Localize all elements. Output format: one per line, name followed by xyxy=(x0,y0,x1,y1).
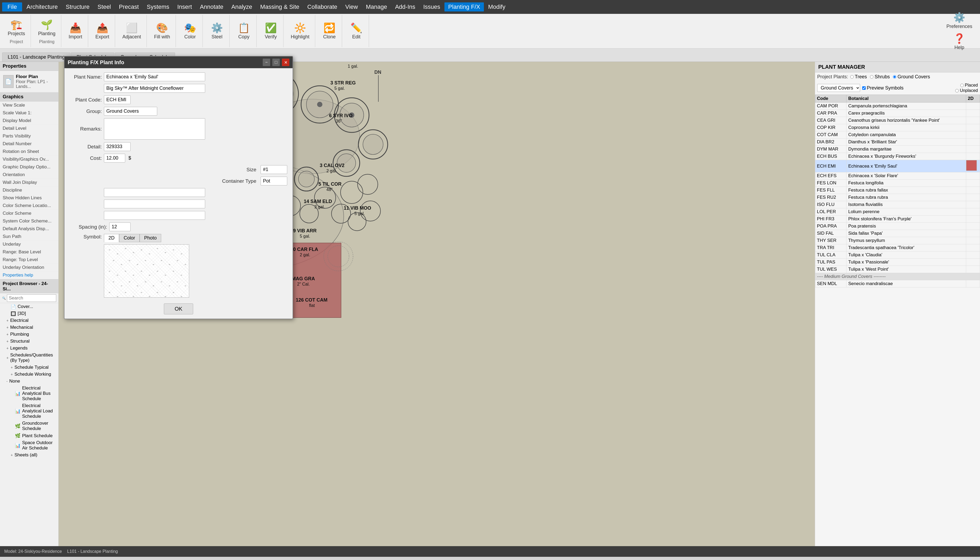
container-type-input[interactable] xyxy=(261,177,287,185)
size-input[interactable] xyxy=(261,165,287,174)
ok-button[interactable]: OK xyxy=(164,303,193,314)
table-row[interactable]: TUL PAS Tulipa x 'Passionale' xyxy=(815,259,980,266)
col-code[interactable]: Code xyxy=(815,95,847,103)
table-row[interactable]: FES LON Festuca longifolia xyxy=(815,180,980,187)
browser-electrical-load[interactable]: 📊 Electrical Analytical Load Schedule xyxy=(0,402,58,420)
addins-menu[interactable]: Add-Ins xyxy=(392,2,419,12)
fillwith-button[interactable]: 🎨 Fill with xyxy=(152,21,172,41)
import-button[interactable]: 📥 Import xyxy=(66,21,85,41)
browser-electrical-bus[interactable]: 📊 Electrical Analytical Bus Schedule xyxy=(0,385,58,402)
browser-none[interactable]: - None xyxy=(0,378,58,385)
browser-3d[interactable]: 🔲 [3D] xyxy=(0,310,58,317)
table-row[interactable]: SID FAL Sida fallax 'Papa' xyxy=(815,230,980,237)
extra-input-1[interactable] xyxy=(104,188,205,197)
export-button[interactable]: 📤 Export xyxy=(93,21,112,41)
steel-button[interactable]: ⚙️ Steel xyxy=(208,21,226,41)
browser-mechanical[interactable]: + Mechanical xyxy=(0,324,58,331)
browser-plumbing[interactable]: + Plumbing xyxy=(0,331,58,338)
manage-menu[interactable]: Manage xyxy=(362,2,391,12)
precast-menu[interactable]: Precast xyxy=(115,2,143,12)
browser-space-outdoor[interactable]: 📊 Space Outdoor Air Schedule xyxy=(0,439,58,452)
browser-legends[interactable]: + Legends xyxy=(0,345,58,352)
table-row[interactable]: SEN MDL Senecio mandraliscae xyxy=(815,280,980,287)
adjacent-button[interactable]: ⬜ Adjacent xyxy=(120,21,143,41)
tab-2d[interactable]: 2D xyxy=(104,234,119,242)
plant-category-dropdown[interactable]: Ground Covers xyxy=(817,84,860,92)
plant-name-input[interactable] xyxy=(104,72,205,81)
table-row[interactable]: LOL PER Lolium perenne xyxy=(815,208,980,215)
browser-schedule-working[interactable]: + Schedule Working xyxy=(0,371,58,378)
browser-structural[interactable]: + Structural xyxy=(0,338,58,345)
table-row[interactable]: TRA TRI Tradescantia spathacea 'Tricolor… xyxy=(815,244,980,252)
unplaced-label[interactable]: Unplaced xyxy=(955,88,978,93)
view-menu[interactable]: View xyxy=(342,2,362,12)
table-row[interactable]: DYM MAR Dymondia margaritae xyxy=(815,146,980,153)
group-input[interactable] xyxy=(104,107,157,116)
help-button[interactable]: ❓ Help xyxy=(950,32,968,52)
minimize-button[interactable]: − xyxy=(263,58,270,66)
annotate-menu[interactable]: Annotate xyxy=(196,2,227,12)
props-help-link[interactable]: Properties help xyxy=(0,272,58,279)
table-row[interactable]: THY SER Thymus serpyllum xyxy=(815,237,980,244)
table-row[interactable]: ECH BUS Echinacea x 'Burgundy Fireworks' xyxy=(815,153,980,160)
steel-menu[interactable]: Steel xyxy=(94,2,115,12)
table-row[interactable]: ECH EFS Echinacea x 'Solar Flare' xyxy=(815,172,980,180)
table-row[interactable]: FES RU2 Festuca rubra rubra xyxy=(815,194,980,201)
table-row[interactable]: TUL CLA Tulipa x 'Claudia' xyxy=(815,252,980,259)
table-row[interactable]: FES FLL Festuca rubra fallax xyxy=(815,187,980,194)
architecture-menu[interactable]: Architecture xyxy=(23,2,61,12)
table-row[interactable]: COP KIR Coprosma kirkii xyxy=(815,124,980,131)
issues-menu[interactable]: Issues xyxy=(420,2,444,12)
insert-menu[interactable]: Insert xyxy=(173,2,195,12)
structure-menu[interactable]: Structure xyxy=(62,2,93,12)
detail-input[interactable] xyxy=(104,142,130,151)
browser-electrical[interactable]: + Electrical xyxy=(0,317,58,324)
col-botanical[interactable]: Botanical xyxy=(847,95,966,103)
placed-label[interactable]: Placed xyxy=(960,83,978,88)
highlight-button[interactable]: 🔆 Highlight xyxy=(288,21,312,41)
tab-landscape-planting[interactable]: L101 - Landscape Planting xyxy=(2,52,70,62)
table-row[interactable]: COT CAM Cotyledon campanulata xyxy=(815,131,980,138)
close-button[interactable]: ✕ xyxy=(282,58,289,66)
table-row[interactable]: CEA GRI Ceanothus griseus horizontalis '… xyxy=(815,117,980,124)
browser-schedules[interactable]: + Schedules/Quantities (By Type) xyxy=(0,352,58,364)
project-button[interactable]: 🏗️ Projects xyxy=(5,18,27,38)
properties-title[interactable]: Properties xyxy=(0,62,58,71)
radio-shrubs[interactable]: Shrubs xyxy=(870,74,890,80)
table-row[interactable]: POA PRA Poa pratensis xyxy=(815,223,980,230)
table-row[interactable]: ISO FLU Isotoma fluviatilis xyxy=(815,201,980,208)
table-row[interactable]: CAR PRA Carex praegracilis xyxy=(815,110,980,117)
browser-groundcover-schedule[interactable]: 🌿 Groundcover Schedule xyxy=(0,420,58,432)
extra-input-3[interactable] xyxy=(104,211,205,220)
tab-photo[interactable]: Photo xyxy=(140,234,161,242)
col-2d[interactable]: 2D xyxy=(966,95,980,103)
verify-button[interactable]: ✅ Verify xyxy=(262,21,280,41)
graphics-section-title[interactable]: Graphics xyxy=(0,92,58,102)
browser-schedule-typical[interactable]: + Schedule Typical xyxy=(0,364,58,371)
extra-input-2[interactable] xyxy=(104,200,205,208)
cost-input[interactable] xyxy=(104,154,125,163)
spacing-input[interactable] xyxy=(109,222,130,231)
remarks-input[interactable] xyxy=(104,118,205,140)
browser-sheets[interactable]: + Sheets (all) xyxy=(0,452,58,458)
analyze-menu[interactable]: Analyze xyxy=(228,2,256,12)
radio-trees[interactable]: Trees xyxy=(850,74,867,80)
plant-info-dialog[interactable]: Planting F/X Plant Info − □ ✕ Plant Name… xyxy=(64,56,293,319)
table-row[interactable]: CAM POR Campanula portenschlagiana xyxy=(815,103,980,110)
systems-menu[interactable]: Systems xyxy=(143,2,173,12)
radio-ground-covers[interactable]: Ground Covers xyxy=(893,74,930,80)
color-button[interactable]: 🎭 Color xyxy=(181,21,199,41)
table-row[interactable]: TUL WES Tulipa x 'West Point' xyxy=(815,266,980,273)
file-menu[interactable]: File xyxy=(2,2,22,12)
copy-button[interactable]: 📋 Copy xyxy=(235,21,253,41)
clone-button[interactable]: 🔁 Clone xyxy=(320,21,339,41)
plant-name-alt-input[interactable] xyxy=(104,84,205,93)
edit-button[interactable]: ✏️ Edit xyxy=(347,21,365,41)
massing-menu[interactable]: Massing & Site xyxy=(257,2,303,12)
modify-menu[interactable]: Modify xyxy=(484,2,509,12)
preferences-button[interactable]: ⚙️ Preferences xyxy=(944,11,975,31)
browser-covers[interactable]: 📄 Cover... xyxy=(0,303,58,310)
table-row[interactable]: PHI FR3 Phlox stolonifera 'Fran's Purple… xyxy=(815,215,980,223)
dialog-title-bar[interactable]: Planting F/X Plant Info − □ ✕ xyxy=(65,57,293,68)
tab-color[interactable]: Color xyxy=(119,234,140,242)
